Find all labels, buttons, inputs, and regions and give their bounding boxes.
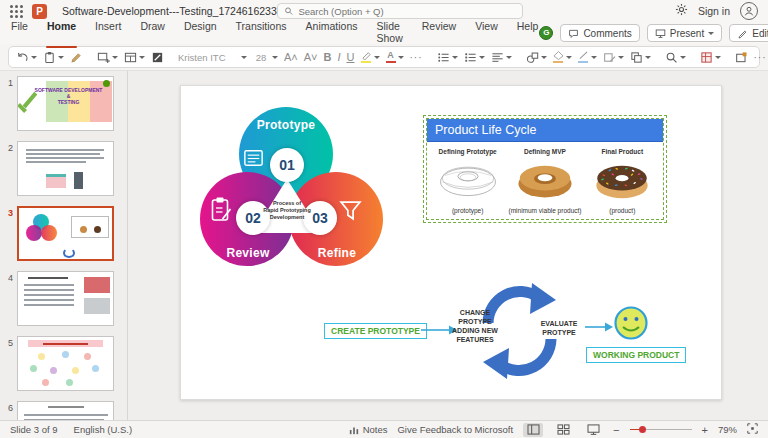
font-name-select[interactable]: Kristen ITC [177,51,248,64]
italic-button[interactable]: I [336,50,341,64]
normal-view-icon [527,424,540,435]
find-zoom-button[interactable] [664,50,687,65]
product-life-cycle-table[interactable]: Product Life Cycle Defining Prototype [426,118,664,220]
new-slide-button[interactable] [96,50,119,65]
designer-button[interactable] [150,50,165,65]
search-input[interactable] [298,6,516,17]
chevron-down-icon [241,56,247,59]
zoom-in-button[interactable]: + [702,424,708,436]
slideshow-view-button[interactable] [583,423,603,437]
office-addins-button[interactable] [734,50,749,65]
undo-button[interactable] [15,50,38,65]
thumbnail-row-4: 4 [0,271,127,326]
slide-counter[interactable]: Slide 3 of 9 [10,424,58,435]
table-title: Product Life Cycle [427,119,663,142]
slide-thumbnail-3-current[interactable] [17,206,114,261]
presence-badge[interactable]: G [539,26,553,40]
menu-review[interactable]: Review [421,17,457,49]
rapid-prototyping-venn-diagram[interactable]: Prototype Review Refine 01 02 03 [181,86,451,286]
bold-button[interactable]: B [323,50,333,64]
chevron-down-icon [591,56,597,59]
chevron-down-icon [374,56,380,59]
column-caption: (minimum viable product) [506,207,583,214]
flow-node [42,379,49,386]
shape-styles-button[interactable] [602,50,625,65]
menu-slideshow[interactable]: Slide Show [376,17,404,49]
slide-thumbnail-1[interactable]: SOFTWARE DEVELOPMENT & TESTING [17,76,114,131]
zoom-slider-knob[interactable] [639,426,646,433]
main-area: 1 SOFTWARE DEVELOPMENT & TESTING 2 [0,71,768,420]
powerpoint-logo-icon[interactable]: P [32,4,47,19]
sign-in-label[interactable]: Sign in [698,5,730,17]
flow-node [84,353,91,360]
chevron-down-icon [618,56,624,59]
menu-design[interactable]: Design [183,17,218,49]
document-title[interactable]: Software-Development---Testing_172461623… [62,5,304,17]
bullets-button[interactable] [436,50,459,65]
language-selector[interactable]: English (U.S.) [74,424,133,435]
account-person-icon[interactable] [740,2,758,20]
zoom-out-button[interactable]: − [613,424,619,436]
underline-button[interactable]: U [346,50,356,64]
chevron-down-icon [398,56,404,59]
layout-button[interactable] [123,50,146,65]
menu-animations[interactable]: Animations [305,17,359,49]
slide-thumbnail-6[interactable] [17,401,114,420]
shapes-button[interactable] [525,50,548,65]
text-line [24,414,108,416]
current-slide[interactable]: Prototype Review Refine 01 02 03 [180,85,722,400]
grow-font-button[interactable]: A˄ [283,50,299,64]
menu-home[interactable]: Home [46,17,77,49]
reuse-slides-button[interactable] [699,50,722,65]
format-painter-button[interactable] [69,50,84,65]
app-launcher-icon[interactable] [10,5,23,18]
paint-bucket-icon [553,51,564,60]
smiley-face-icon[interactable] [613,305,649,341]
menu-draw[interactable]: Draw [139,17,166,49]
present-button[interactable]: Present [647,24,722,42]
feedback-link[interactable]: Give Feedback to Microsoft [397,424,513,435]
menu-file[interactable]: File [10,17,29,49]
align-button[interactable] [490,50,513,65]
settings-gear-icon[interactable] [675,2,688,20]
flow-node [30,365,37,372]
working-product-box[interactable]: WORKING PRODUCT [586,347,686,363]
shrink-font-button[interactable]: A˅ [303,50,319,64]
shape-outline-button[interactable] [577,50,598,65]
comments-button[interactable]: Comments [560,24,639,42]
slide-thumbnail-4[interactable] [17,271,114,326]
change-prototype-text[interactable]: CHANGE PROTYPE ADDING NEW FEATURES [433,308,517,344]
menu-view[interactable]: View [474,17,499,49]
create-prototype-box[interactable]: CREATE PROTOTYPE [324,323,427,339]
menu-transitions[interactable]: Transitions [235,17,288,49]
venn-label-prototype: Prototype [239,118,333,132]
menu-help[interactable]: Help [516,17,540,49]
evaluate-prototype-text[interactable]: EVALUATE PROTYPE [533,319,585,337]
slide-canvas-area: Prototype Review Refine 01 02 03 [128,71,768,420]
more-commands-button[interactable]: ··· [753,51,768,64]
highlight-color-button[interactable] [360,50,381,65]
paste-button[interactable] [42,50,65,65]
fit-to-window-button[interactable] [747,423,758,436]
arrange-button[interactable] [629,50,652,65]
thumbnail-row-2: 2 [0,141,127,196]
normal-view-button[interactable] [523,423,543,437]
chevron-down-icon [139,56,145,59]
zoom-level[interactable]: 79% [718,424,737,435]
shape-fill-button[interactable] [552,50,573,65]
font-color-button[interactable]: A [385,50,405,65]
more-font-options-button[interactable]: ··· [409,51,424,64]
mini-donut [80,226,87,233]
slide-thumbnail-5[interactable] [17,336,114,391]
slide-sorter-view-button[interactable] [553,423,573,437]
slide-thumbnail-2[interactable] [17,141,114,196]
notes-toggle[interactable]: Notes [349,424,388,435]
menu-insert[interactable]: Insert [94,17,122,49]
zoom-slider[interactable] [630,425,692,435]
editing-mode-button[interactable]: Editing [729,24,768,42]
clipboard-icon [208,196,233,228]
font-size-select[interactable]: 28 [252,51,279,64]
numbering-button[interactable] [463,50,486,65]
search-icon [284,6,293,16]
slideshow-icon [587,424,600,435]
